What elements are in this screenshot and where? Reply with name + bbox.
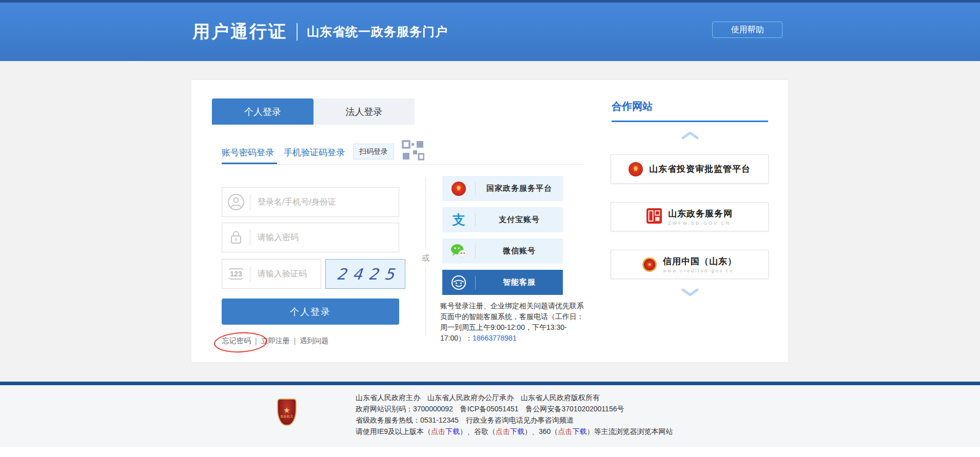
password-input[interactable] [250,233,399,242]
download-link-chrome[interactable]: 点击下载 [496,427,524,435]
captcha-field: 123 [222,259,321,289]
link-separator: | [255,337,257,345]
partner-card-investment-platform[interactable]: ★ 山东省投资审批监管平台 [611,154,769,184]
username-input[interactable] [250,197,399,207]
footer-line-icp: 政府网站识别码：3700000092 鲁ICP备05051451 鲁公网安备37… [356,403,673,414]
captcha-123-icon: 123 [222,268,250,280]
site-logo: 用户通行证 [192,20,287,44]
trouble-link[interactable]: 遇到问题 [300,336,328,346]
brand: 用户通行证 山东省统一政务服务门户 [192,3,448,61]
main-area: 个人登录 法人登录 账号密码登录 手机验证码登录 扫码登录 [0,61,980,382]
national-emblem-icon: ★ [442,182,475,196]
forgot-password-link[interactable]: 忘记密码 [222,336,251,346]
sso-alipay-button[interactable]: 支 支付宝账号 [442,207,563,232]
download-link-ie[interactable]: 点击下载 [431,427,460,435]
badge-label: 党政机关 [280,415,293,418]
footer: ★ 党政机关 山东省人民政府主办 山东省人民政府办公厅承办 山东省人民政府版权所… [0,385,980,447]
lock-icon [222,229,250,246]
personal-login-submit-button[interactable]: 个人登录 [222,299,399,325]
login-card: 个人登录 法人登录 账号密码登录 手机验证码登录 扫码登录 [191,80,788,362]
footer-text-block: 山东省人民政府主办 山东省人民政府办公厅承办 山东省人民政府版权所有 政府网站识… [356,392,673,437]
smart-service-icon [442,275,475,290]
partner-name: 信用中国（山东） [663,255,737,267]
customer-service-notice: 账号登录注册、企业绑定相关问题请优先联系页面中的智能客服系统，客服电话（工作日：… [440,301,586,344]
method-account-password[interactable]: 账号密码登录 [222,147,274,158]
method-qr-login[interactable]: 扫码登录 [353,144,394,160]
sso-label: 国家政务服务平台 [476,184,563,193]
page: 用户通行证 山东省统一政务服务门户 使用帮助 个人登录 法人登录 账号密码登录 … [0,0,980,457]
sso-smart-service-button[interactable]: 智能客服 [442,270,563,295]
browser-text: ）、360（ [524,427,558,435]
partner-url: ZWFW.SD.GOV.CN [668,221,731,226]
captcha-image[interactable]: 2425 [325,259,405,289]
partner-card-zwfw[interactable]: 山东政务服务网 ZWFW.SD.GOV.CN [611,202,769,231]
partner-url: www.creditsd.gov.cn [663,268,734,273]
captcha-code: 2425 [329,265,401,283]
username-field [222,187,399,217]
footer-line-sponsor: 山东省人民政府主办 山东省人民政府办公厅承办 山东省人民政府版权所有 [356,392,673,403]
wechat-icon [442,244,475,259]
footer-line-hotline: 省级政务服务热线：0531-12345 行政业务咨询电话见办事咨询频道 [356,414,673,426]
header: 用户通行证 山东省统一政务服务门户 使用帮助 [0,3,980,61]
sso-label: 支付宝账号 [476,215,563,225]
partners-scroll-down-chevron-icon[interactable] [681,288,699,299]
partners-title-underline [612,121,768,122]
methods-divider-line [222,164,583,165]
government-badge-icon: ★ 党政机关 [277,399,297,426]
sso-wechat-button[interactable]: 微信账号 [442,239,563,264]
brand-divider [297,23,298,41]
partner-card-credit-china[interactable]: ★ 信用中国（山东） www.creditsd.gov.cn [611,250,769,279]
site-subtitle: 山东省统一政务服务门户 [307,24,448,40]
captcha-input[interactable] [250,269,321,279]
alipay-icon: 支 [442,213,475,226]
link-separator: | [294,337,296,345]
red-seal-icon [646,208,662,226]
footer-divider-bar [0,382,980,385]
browser-text: ）、谷歌（ [460,427,496,435]
partners-scroll-up-chevron-icon[interactable] [681,131,699,142]
browser-text: 请使用IE9及以上版本（ [356,427,431,435]
partner-name: 山东政务服务网 [668,208,733,220]
register-now-link[interactable]: 立即注册 [261,336,290,346]
partners-title: 合作网站 [612,100,653,113]
browser-text: ）等主流浏览器浏览本网站 [586,427,673,435]
sso-label: 智能客服 [476,277,563,287]
tab-legal-login[interactable]: 法人登录 [313,98,415,125]
tab-personal-login[interactable]: 个人登录 [212,98,313,125]
method-sms-code[interactable]: 手机验证码登录 [284,147,345,158]
form-links: 忘记密码 | 立即注册 | 遇到问题 [222,336,328,346]
or-text: 或 [419,249,433,267]
qr-code-icon[interactable] [402,140,424,163]
download-link-360[interactable]: 点击下载 [558,427,586,435]
sso-label: 微信账号 [476,246,563,256]
user-icon [222,193,250,211]
partner-name: 山东省投资审批监管平台 [649,163,751,175]
national-emblem-icon: ★ [629,162,643,176]
credit-china-emblem-icon: ★ [642,257,657,272]
sso-national-platform-button[interactable]: ★ 国家政务服务平台 [442,176,563,201]
service-phone-link[interactable]: 18663778981 [473,334,517,342]
password-field [222,223,399,252]
help-button[interactable]: 使用帮助 [712,22,782,38]
footer-line-browser: 请使用IE9及以上版本（点击下载）、谷歌（点击下载）、360（点击下载）等主流浏… [356,426,673,437]
